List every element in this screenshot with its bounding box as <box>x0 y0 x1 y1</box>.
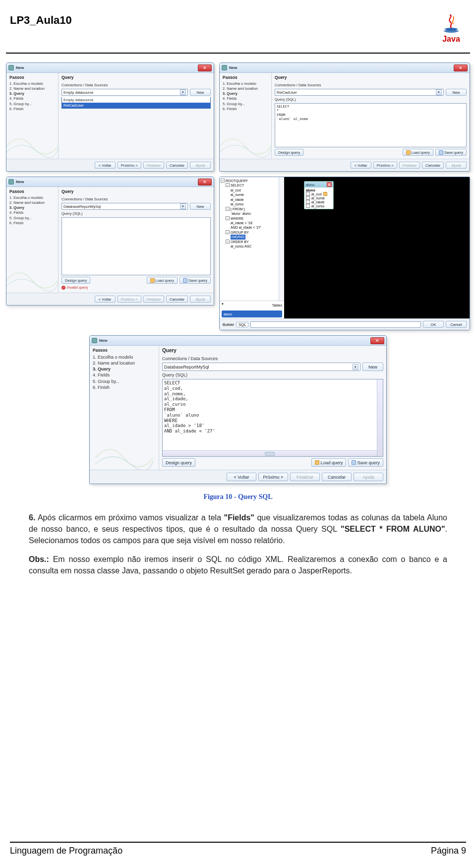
steps-header: Passos <box>223 75 269 80</box>
ok-button[interactable]: OK <box>423 321 444 328</box>
load-query-button[interactable]: Load query <box>403 149 434 156</box>
save-query-button[interactable]: Save query <box>348 458 383 467</box>
connections-label: Connections / Data Sources <box>61 197 211 201</box>
tables-panel: ▾ Tables aluno <box>220 301 284 318</box>
checkbox[interactable] <box>306 200 310 204</box>
close-icon[interactable]: ✕ <box>327 182 332 187</box>
window-title: New <box>16 180 196 184</box>
window-title: New <box>99 338 368 343</box>
back-button[interactable]: < Voltar <box>95 162 116 169</box>
footer-divider <box>10 842 466 843</box>
finish-button[interactable]: Finalizar <box>143 162 164 169</box>
sql-textarea[interactable] <box>61 217 211 275</box>
close-icon[interactable]: ✕ <box>454 64 468 71</box>
folder-icon <box>406 150 411 155</box>
java-logo-text: Java <box>442 35 460 44</box>
sql-tab[interactable]: SQL <box>236 322 248 327</box>
cancel-button[interactable]: Cancelar <box>322 473 352 481</box>
builder-tab[interactable]: Builder <box>223 322 234 327</box>
connections-label: Connections / Data Sources <box>61 83 211 87</box>
close-icon[interactable]: ✕ <box>198 179 212 186</box>
steps-header: Passos <box>93 348 157 353</box>
help-button[interactable]: Ajuda <box>190 296 211 303</box>
wizard-dialog-2: New ✕ Passos 1. Escolha o modelo 2. Name… <box>219 62 470 172</box>
load-query-button[interactable]: Load query <box>147 277 178 284</box>
right-header: Query <box>61 189 211 194</box>
chevron-down-icon[interactable]: ▾ <box>222 302 229 308</box>
datasource-dropdown[interactable]: DatabaseReportMySql▾ <box>162 363 360 371</box>
list-item[interactable]: RelCadUser <box>62 103 210 108</box>
back-button[interactable]: < Voltar <box>227 473 256 481</box>
cancel-button[interactable]: Cancelar <box>166 296 188 303</box>
right-header: Query <box>61 75 211 80</box>
window-icon <box>8 179 14 185</box>
new-datasource-button[interactable]: New <box>190 203 211 210</box>
cancel-button[interactable]: Cancel <box>446 321 467 328</box>
right-header: Query <box>162 348 383 353</box>
datasource-options[interactable]: Empty datasource RelCadUser <box>61 97 211 109</box>
design-query-button[interactable]: Design query <box>61 277 90 284</box>
design-canvas[interactable]: aluno✕ aluno al_cod al_nome al_idade al_… <box>284 177 470 318</box>
java-logo: Java <box>436 14 466 49</box>
body-text: 6. Após clicarmos em próximo vamos visua… <box>0 512 476 576</box>
page-title: LP3_Aula10 <box>10 14 72 27</box>
key-icon <box>323 192 327 196</box>
datasource-dropdown[interactable]: DatabaseReportMySql▾ <box>61 203 188 210</box>
figure-caption: Figura 10 - Query SQL <box>6 493 470 501</box>
query-builder-window: −ROOTQUERY −SELECT al_cod al_nome al_ida… <box>219 177 470 330</box>
checkbox[interactable] <box>306 196 310 200</box>
finish-button[interactable]: Finalizar <box>143 296 164 303</box>
invalid-query-status: Invalid query <box>61 285 211 290</box>
design-query-button[interactable]: Design query <box>275 149 303 156</box>
new-datasource-button[interactable]: New <box>446 89 467 96</box>
query-label: Query (SQL) <box>275 97 467 102</box>
steps-list: 1. Escolha o modelo 2. Name and location… <box>223 81 269 112</box>
query-tree[interactable]: −ROOTQUERY −SELECT al_cod al_nome al_ida… <box>220 177 279 301</box>
window-title: New <box>16 65 196 70</box>
new-datasource-button[interactable]: New <box>190 89 211 96</box>
tree-selected-node[interactable]: HAVING <box>231 235 245 239</box>
checkbox[interactable] <box>306 204 310 208</box>
right-header: Query <box>275 75 467 80</box>
footer-page: Página 9 <box>431 846 466 856</box>
wizard-dialog-1: New ✕ Passos 1. Escolha o modelo 2. Name… <box>6 62 214 172</box>
list-item[interactable]: Empty datasource <box>62 97 210 103</box>
table-item[interactable]: aluno <box>222 310 282 317</box>
query-label: Query (SQL) <box>162 372 383 377</box>
next-button[interactable]: Próximo > <box>118 296 141 303</box>
load-query-button[interactable]: Load query <box>311 458 346 467</box>
datasource-dropdown[interactable]: Empty datasource▾ <box>61 89 188 96</box>
scrollbar-horizontal[interactable] <box>163 450 377 456</box>
java-cup-icon <box>440 14 462 34</box>
disk-icon <box>352 460 356 465</box>
cancel-button[interactable]: Cancelar <box>422 162 444 169</box>
save-query-button[interactable]: Save query <box>179 277 211 284</box>
datasource-dropdown[interactable]: RelCadUser▾ <box>275 89 444 96</box>
close-icon[interactable]: ✕ <box>370 337 384 344</box>
close-icon[interactable]: ✕ <box>198 64 212 71</box>
window-icon <box>92 338 97 343</box>
help-button[interactable]: Ajuda <box>190 162 211 169</box>
next-button[interactable]: Próximo > <box>258 473 288 481</box>
checkbox[interactable] <box>306 192 310 196</box>
table-float-aluno[interactable]: aluno✕ aluno al_cod al_nome al_idade al_… <box>304 181 334 209</box>
help-button[interactable]: Ajuda <box>446 162 467 169</box>
cancel-button[interactable]: Cancelar <box>166 162 188 169</box>
error-icon <box>61 286 65 290</box>
sql-textarea[interactable]: SELECT * FROM `aluno` al_nome <box>275 103 467 147</box>
back-button[interactable]: < Voltar <box>95 296 116 303</box>
sql-textarea[interactable]: SELECT al_cod, al_nome, al_idade, al_cur… <box>162 379 383 457</box>
new-datasource-button[interactable]: New <box>362 363 383 371</box>
next-button[interactable]: Próximo > <box>373 162 397 169</box>
sql-preview <box>250 321 421 328</box>
finish-button[interactable]: Finalizar <box>399 162 420 169</box>
steps-list: 1. Escolha o modelo 2. Name and location… <box>9 81 56 112</box>
finish-button[interactable]: Finalizar <box>290 473 320 481</box>
save-query-button[interactable]: Save query <box>435 149 467 156</box>
next-button[interactable]: Próximo > <box>118 162 141 169</box>
connections-label: Connections / Data Sources <box>275 83 467 87</box>
back-button[interactable]: < Voltar <box>351 162 371 169</box>
scrollbar-vertical[interactable] <box>377 379 383 456</box>
help-button[interactable]: Ajuda <box>354 473 383 481</box>
design-query-button[interactable]: Design query <box>162 458 195 467</box>
